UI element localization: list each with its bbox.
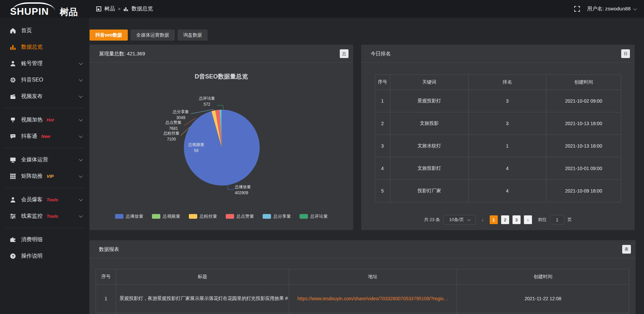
video-link[interactable]: https://www.iesdouyin.com/share/video/70… — [289, 284, 457, 313]
pagination: 共 23 条 10条/页 ‹ 1 2 3 › 前往 页 — [361, 215, 635, 224]
sidebar-item-data-overview[interactable]: 数据总览 — [0, 39, 89, 55]
legend-swatch — [300, 214, 308, 219]
sidebar-item-video-heat[interactable]: 视频加热 Hot — [0, 112, 89, 128]
tab-inquiry-data[interactable]: 询盘数据 — [177, 30, 208, 41]
ranking-panel: 今日排名 日 序号 关键词 排名 创建时间 1 景观投影灯 3 2021-10-… — [361, 45, 635, 230]
chevron-down-icon — [79, 117, 83, 121]
breadcrumb-root[interactable]: 树品 — [104, 5, 115, 12]
chevron-down-icon — [79, 134, 83, 138]
prev-page-button[interactable]: ‹ — [479, 215, 486, 224]
sidebar-item-consumption-detail[interactable]: 消费明细 — [0, 231, 89, 248]
report-panel: 数据报表 表 序号 标题 地址 创建时间 1 景观投影灯，夜游景观投影灯厂家展示… — [90, 240, 636, 314]
next-page-button[interactable]: › — [524, 215, 532, 224]
vip-badge: VIP — [47, 174, 54, 179]
legend-item-fans[interactable]: 总粉丝量 — [189, 213, 217, 219]
legend-item-shares[interactable]: 总分享量 — [263, 213, 291, 219]
pie-label-fans: 总粉丝量7100 — [156, 130, 186, 142]
pie-label-comments: 总评论量572 — [192, 95, 222, 107]
goto-page-input[interactable] — [550, 215, 564, 224]
table-row[interactable]: 1 景观投影灯，夜游景观投影灯厂家展示展示落花灯在花园里的灯光投影应用效果 # … — [96, 284, 629, 313]
sidebar-item-douyin-seo[interactable]: 抖音SEO — [0, 72, 89, 88]
sidebar-divider — [5, 108, 84, 108]
col-index: 序号 — [375, 75, 390, 90]
user-menu[interactable]: 用户名: zswodun88 — [587, 6, 636, 12]
day-toggle-button[interactable]: 日 — [621, 49, 630, 58]
legend-swatch — [152, 214, 160, 219]
chevron-down-icon — [79, 77, 83, 81]
logo-text-cn: 树品 — [60, 6, 78, 18]
overview-panel: 展现量总数: 421,369 总 D音SEO数据量总览 总评论量 — [90, 45, 353, 230]
page-size-select[interactable]: 10条/页 — [443, 215, 476, 224]
ranking-table: 序号 关键词 排名 创建时间 1 景观投影灯 3 2021-10-02 09:0… — [375, 74, 621, 202]
col-created: 创建时间 — [457, 269, 629, 284]
table-toggle-button[interactable]: 表 — [622, 245, 631, 254]
sidebar-divider — [5, 148, 84, 148]
page-button-2[interactable]: 2 — [501, 215, 509, 224]
sidebar-item-label: 操作说明 — [21, 253, 43, 260]
table-header-row: 序号 标题 地址 创建时间 — [96, 269, 629, 284]
svg-text:?: ? — [12, 254, 14, 258]
tab-omnimedia-data[interactable]: 全媒体运营数据 — [130, 30, 175, 41]
sidebar-item-lead-monitor[interactable]: 线索监控 Tools — [0, 208, 89, 224]
main-content: 抖音seo数据 全媒体运营数据 询盘数据 展现量总数: 421,369 总 D音… — [89, 18, 644, 314]
sidebar-item-label: 线索监控 — [21, 213, 43, 220]
user-icon — [10, 197, 16, 203]
pie-label-videos: 总视频量58 — [181, 142, 211, 154]
tools-badge: Tools — [47, 197, 58, 202]
sidebar-divider — [5, 188, 84, 188]
table-row[interactable]: 5 投影灯厂家 4 2021-10-09 18:00 — [375, 180, 621, 202]
bar-chart-icon — [10, 44, 16, 50]
pagination-total: 共 23 条 — [424, 217, 440, 223]
sidebar-item-label: 视频发布 — [21, 93, 43, 100]
legend-swatch — [263, 214, 271, 219]
leader-line-play — [228, 185, 234, 190]
legend-item-comments[interactable]: 总评论量 — [300, 213, 328, 219]
sidebar-item-instructions[interactable]: ? 操作说明 — [0, 248, 89, 264]
gear-icon — [10, 77, 16, 83]
sidebar-item-doukutong[interactable]: 抖客通 New — [0, 128, 89, 145]
sidebar-item-matrix-boost[interactable]: 矩阵助推 VIP — [0, 168, 89, 185]
sidebar-item-label: 矩阵助推 — [21, 173, 43, 180]
table-row[interactable]: 2 文旅投影 3 2021-10-13 18:00 — [375, 112, 621, 135]
page-button-3[interactable]: 3 — [513, 215, 521, 224]
sidebar-item-omnimedia[interactable]: 全媒体运营 — [0, 152, 89, 168]
legend-item-videos[interactable]: 总视频量 — [152, 213, 180, 219]
chevron-down-icon — [79, 174, 83, 177]
tab-douyin-seo-data[interactable]: 抖音seo数据 — [90, 30, 128, 41]
sidebar-item-home[interactable]: 首页 — [0, 22, 89, 39]
user-icon — [10, 60, 16, 67]
col-url: 地址 — [289, 269, 457, 284]
col-index: 序号 — [96, 269, 116, 284]
report-panel-header: 数据报表 表 — [90, 240, 636, 258]
sidebar-item-account-management[interactable]: 账号管理 — [0, 55, 89, 72]
col-title: 标题 — [116, 269, 289, 284]
table-header-row: 序号 关键词 排名 创建时间 — [375, 75, 621, 90]
table-row[interactable]: 3 文旅水纹灯 1 2021-10-13 18:00 — [375, 135, 621, 157]
clapperboard-icon — [10, 93, 16, 100]
breadcrumb-current: 数据总览 — [131, 5, 153, 12]
grid-icon — [10, 173, 16, 179]
legend-item-likes[interactable]: 总点赞量 — [226, 213, 254, 219]
legend-item-play[interactable]: 总播放量 — [115, 213, 143, 219]
table-row[interactable]: 4 文旅投影灯 4 2021-10-01 09:00 — [375, 157, 621, 180]
page-button-1[interactable]: 1 — [490, 215, 498, 224]
seo-pie-chart[interactable] — [90, 63, 353, 231]
sidebar-item-label: 视频加热 — [21, 116, 43, 123]
pie-label-play: 总播放量402909 — [235, 184, 265, 196]
sidebar-item-video-publish[interactable]: 视频发布 — [0, 88, 89, 105]
chart-legend: 总播放量 总视频量 总粉丝量 总点赞量 总分享量 — [90, 213, 353, 219]
overview-panel-header: 展现量总数: 421,369 总 — [90, 45, 353, 63]
fullscreen-icon[interactable] — [574, 6, 580, 12]
data-tabs: 抖音seo数据 全媒体运营数据 询盘数据 — [90, 30, 208, 41]
sidebar-item-label: 消费明细 — [21, 236, 43, 243]
total-toggle-button[interactable]: 总 — [340, 49, 348, 58]
pie-chart-area: D音SEO数据量总览 总评论量572 总分享量3049 — [90, 63, 353, 230]
screen-sign-icon — [10, 117, 16, 123]
sidebar-item-label: 数据总览 — [21, 44, 43, 51]
table-row[interactable]: 1 景观投影灯 3 2021-10-02 09:00 — [375, 90, 621, 112]
breadcrumb-separator: > — [118, 7, 120, 11]
sidebar-divider — [5, 228, 84, 228]
chevron-down-icon — [79, 94, 83, 98]
sidebar-item-member-tools[interactable]: 会员爆客 Tools — [0, 192, 89, 208]
legend-swatch — [189, 214, 197, 219]
